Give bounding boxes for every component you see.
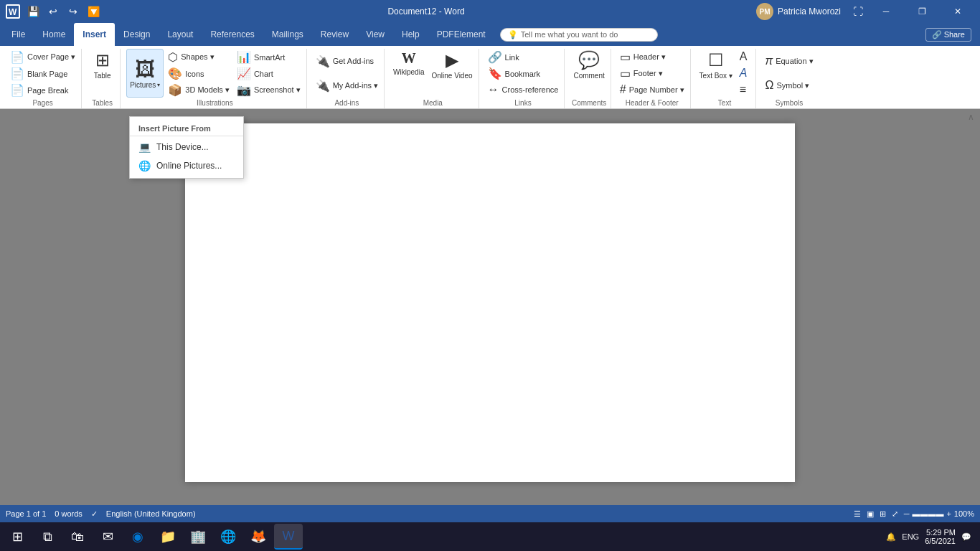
- online-video-button[interactable]: ▶ Online Video: [428, 49, 475, 98]
- get-addins-button[interactable]: 🔌 Get Add-ins: [313, 53, 381, 70]
- cross-reference-icon: ↔: [488, 83, 499, 96]
- this-device-item[interactable]: 💻 This Device...: [130, 138, 243, 156]
- edge-button[interactable]: ◉: [123, 524, 152, 550]
- title-bar: W 💾 ↩ ↪ 🔽 Document12 - Word PM Patricia …: [0, 0, 980, 23]
- restore-button[interactable]: ❐: [905, 0, 938, 23]
- redo-button[interactable]: ↪: [65, 3, 82, 20]
- zoom-slider[interactable]: ▬▬▬▬: [912, 509, 943, 518]
- cover-page-button[interactable]: 📄 Cover Page ▾: [7, 49, 78, 65]
- smartart-label: SmartArt: [254, 53, 285, 62]
- illustrations-col1: ⬡ Shapes ▾ 🎨 Icons 📦 3D Models ▾: [165, 49, 232, 98]
- customize-qa-button[interactable]: 🔽: [85, 3, 102, 20]
- my-addins-label: My Add-ins ▾: [333, 81, 378, 90]
- icons-button[interactable]: 🎨 Icons: [165, 65, 232, 82]
- online-pictures-item[interactable]: 🌐 Online Pictures...: [130, 156, 243, 175]
- explorer-button[interactable]: 📁: [154, 524, 182, 550]
- minimize-button[interactable]: ─: [870, 0, 903, 23]
- pictures-dropdown-arrow: ▾: [157, 82, 160, 88]
- wikipedia-button[interactable]: W Wikipedia: [390, 49, 427, 98]
- 3d-models-button[interactable]: 📦 3D Models ▾: [165, 82, 232, 98]
- blank-page-button[interactable]: 📄 Blank Page: [7, 65, 78, 82]
- text-box-button[interactable]: ☐ Text Box ▾: [697, 49, 735, 98]
- tab-home[interactable]: Home: [34, 23, 74, 46]
- online-video-icon: ▶: [446, 50, 458, 70]
- text-group-items: ☐ Text Box ▾ A A ≡: [697, 49, 753, 98]
- smartart-button[interactable]: 📊 SmartArt: [234, 49, 303, 65]
- tab-help[interactable]: Help: [393, 23, 428, 46]
- firefox-button[interactable]: 🦊: [244, 524, 273, 550]
- header-button[interactable]: ▭ Header ▾: [617, 49, 687, 65]
- save-button[interactable]: 💾: [24, 3, 42, 20]
- read-mode-icon[interactable]: ☰: [854, 509, 861, 519]
- addins-buttons: 🔌 Get Add-ins 🔌 My Add-ins ▾: [313, 49, 381, 98]
- share-button[interactable]: 🔗 Share: [925, 28, 971, 42]
- tables-group-items: ⊞ Table: [88, 49, 117, 98]
- footer-button[interactable]: ▭ Footer ▾: [617, 65, 687, 82]
- screenshot-button[interactable]: 📷 Screenshot ▾: [234, 82, 303, 98]
- date-display: 6/5/2021: [925, 537, 956, 545]
- cover-page-icon: 📄: [10, 50, 24, 64]
- screenshot-label: Screenshot ▾: [254, 85, 301, 95]
- tab-review[interactable]: Review: [312, 23, 357, 46]
- page-break-button[interactable]: 📄 Page Break: [7, 82, 78, 98]
- user-area: PM Patricia Mworozi: [750, 3, 847, 20]
- web-layout-icon[interactable]: ⊞: [880, 509, 886, 519]
- teams-button[interactable]: 🏢: [184, 524, 212, 550]
- mail-button[interactable]: ✉: [93, 524, 122, 550]
- browser2-button[interactable]: 🌐: [214, 524, 242, 550]
- pictures-button[interactable]: 🖼 Pictures ▾: [126, 49, 164, 98]
- screenshot-icon: 📷: [237, 83, 251, 97]
- tab-insert[interactable]: Insert: [74, 23, 115, 46]
- shapes-button[interactable]: ⬡ Shapes ▾: [165, 49, 232, 65]
- quick-parts-button[interactable]: A: [737, 49, 753, 65]
- tell-me-text: Tell me what you want to do: [521, 30, 618, 39]
- tab-mailings[interactable]: Mailings: [263, 23, 312, 46]
- store-button[interactable]: 🛍: [63, 524, 92, 550]
- print-layout-icon[interactable]: ▣: [867, 509, 874, 519]
- zoom-out-button[interactable]: ─: [904, 509, 910, 518]
- start-button[interactable]: ⊞: [3, 524, 32, 550]
- notification-icon[interactable]: 🔔: [886, 532, 896, 542]
- wordart-button[interactable]: A: [737, 65, 753, 81]
- tab-design[interactable]: Design: [115, 23, 159, 46]
- bookmark-button[interactable]: 🔖 Bookmark: [485, 65, 562, 82]
- link-button[interactable]: 🔗 Link: [485, 49, 562, 65]
- collapse-ribbon-button[interactable]: ∧: [968, 112, 974, 122]
- ribbon-toggle-button[interactable]: ⛶: [849, 3, 867, 20]
- symbols-group-items: π Equation ▾ Ω Symbol ▾: [762, 49, 816, 98]
- symbol-button[interactable]: Ω Symbol ▾: [762, 77, 816, 93]
- tell-me-bar[interactable]: 💡 Tell me what you want to do: [500, 28, 658, 42]
- comments-group-label: Comments: [572, 99, 606, 108]
- online-pictures-icon: 🌐: [138, 160, 151, 171]
- undo-button[interactable]: ↩: [44, 3, 62, 20]
- link-label: Link: [505, 53, 519, 62]
- media-group-items: W Wikipedia ▶ Online Video: [390, 49, 475, 98]
- tab-view[interactable]: View: [357, 23, 393, 46]
- cross-reference-button[interactable]: ↔ Cross-reference: [485, 82, 562, 98]
- page-number-button[interactable]: # Page Number ▾: [617, 82, 687, 98]
- tab-file[interactable]: File: [3, 23, 34, 46]
- chart-label: Chart: [254, 70, 273, 78]
- table-button[interactable]: ⊞ Table: [88, 49, 117, 98]
- chart-icon: 📈: [237, 67, 251, 80]
- tab-pdfelement[interactable]: PDFElement: [428, 23, 494, 46]
- header-footer-group-label: Header & Footer: [626, 99, 679, 108]
- my-addins-button[interactable]: 🔌 My Add-ins ▾: [313, 77, 381, 94]
- close-button[interactable]: ✕: [941, 0, 974, 23]
- zoom-in-button[interactable]: +: [946, 509, 951, 518]
- word-taskbar-button[interactable]: W: [274, 524, 303, 550]
- header-footer-group-items: ▭ Header ▾ ▭ Footer ▾ # Page Number ▾: [617, 49, 687, 98]
- ribbon-group-text: ☐ Text Box ▾ A A ≡ Text: [694, 49, 757, 108]
- tab-references[interactable]: References: [202, 23, 263, 46]
- blank-page-icon: 📄: [10, 67, 24, 80]
- status-bar: Page 1 of 1 0 words ✓ English (United Ki…: [0, 505, 980, 522]
- dropcap-button[interactable]: ≡: [737, 82, 753, 98]
- notification-center-icon[interactable]: 💬: [961, 532, 971, 542]
- task-view-button[interactable]: ⧉: [33, 524, 62, 550]
- comment-button[interactable]: 💬 Comment: [570, 49, 607, 98]
- chart-button[interactable]: 📈 Chart: [234, 65, 303, 82]
- pictures-icon: 🖼: [135, 57, 155, 81]
- equation-button[interactable]: π Equation ▾: [762, 53, 816, 69]
- focus-mode-icon[interactable]: ⤢: [892, 509, 898, 519]
- tab-layout[interactable]: Layout: [159, 23, 202, 46]
